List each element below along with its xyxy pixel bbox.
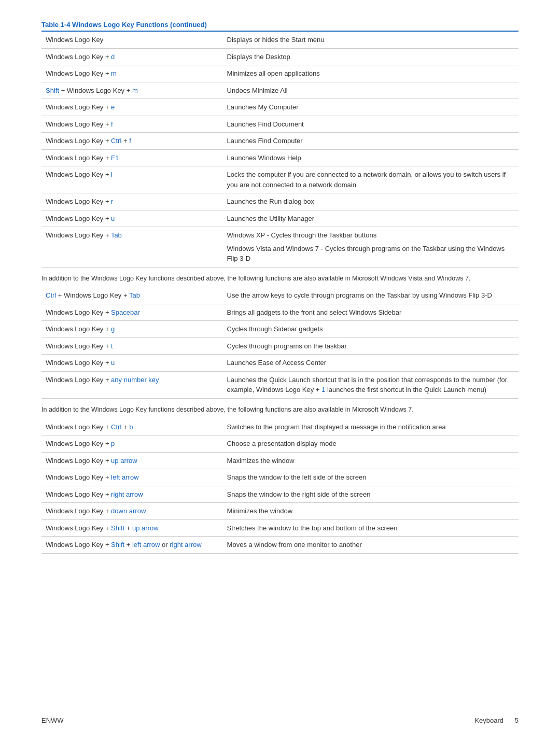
key-cell: Windows Logo Key + u <box>41 210 223 227</box>
desc-cell: Launches My Computer <box>223 99 519 116</box>
table-row: Windows Logo Key + down arrowMinimizes t… <box>41 503 519 520</box>
desc-cell: Cycles through programs on the taskbar <box>223 338 519 355</box>
page: Table 1-4 Windows Logo Key Functions (co… <box>0 0 560 601</box>
key-cell: Windows Logo Key + t <box>41 338 223 355</box>
key-cell: Windows Logo Key + Tab <box>41 227 223 268</box>
desc-cell: Launches the Utility Manager <box>223 210 519 227</box>
desc-cell: Displays the Desktop <box>223 48 519 65</box>
table-row: Windows Logo Key + gCycles through Sideb… <box>41 321 519 338</box>
desc-cell: Minimizes all open applications <box>223 65 519 82</box>
desc-cell: Switches to the program that displayed a… <box>223 419 519 435</box>
desc-cell: Use the arrow keys to cycle through prog… <box>223 287 519 304</box>
desc-cell: Locks the computer if you are connected … <box>223 166 519 193</box>
key-cell: Windows Logo Key + Ctrl + b <box>41 419 223 435</box>
key-cell: Shift + Windows Logo Key + m <box>41 82 223 99</box>
table-row: Windows Logo KeyDisplays or hides the St… <box>41 32 519 48</box>
table-section3: Windows Logo Key + Ctrl + bSwitches to t… <box>41 419 519 554</box>
table-title: Table 1-4 Windows Logo Key Functions (co… <box>41 21 519 32</box>
key-cell: Windows Logo Key + Spacebar <box>41 304 223 321</box>
footer-keyboard-label: Keyboard <box>474 716 503 724</box>
table-row: Windows Logo Key + Ctrl + fLaunches Find… <box>41 133 519 150</box>
table-row: Windows Logo Key + uLaunches Ease of Acc… <box>41 355 519 372</box>
key-cell: Ctrl + Windows Logo Key + Tab <box>41 287 223 304</box>
desc-cell: Launches Windows Help <box>223 149 519 166</box>
table-row: Windows Logo Key + uLaunches the Utility… <box>41 210 519 227</box>
table-row: Windows Logo Key + pChoose a presentatio… <box>41 435 519 453</box>
table-row: Windows Logo Key + left arrowSnaps the w… <box>41 469 519 486</box>
table-row: Windows Logo Key + tCycles through progr… <box>41 338 519 355</box>
table-row: Windows Logo Key + dDisplays the Desktop <box>41 48 519 65</box>
table-row: Windows Logo Key + mMinimizes all open a… <box>41 65 519 82</box>
desc-cell: Moves a window from one monitor to anoth… <box>223 537 519 554</box>
table-row: Windows Logo Key + fLaunches Find Docume… <box>41 116 519 133</box>
key-cell: Windows Logo Key + p <box>41 435 223 453</box>
desc-cell: Choose a presentation display mode <box>223 435 519 453</box>
table-section2: Ctrl + Windows Logo Key + TabUse the arr… <box>41 287 519 399</box>
desc-cell: Undoes Minimize All <box>223 82 519 99</box>
key-cell: Windows Logo Key + up arrow <box>41 452 223 469</box>
footer-page-number: 5 <box>515 716 519 724</box>
footer-left: ENWW <box>41 716 64 724</box>
desc-cell: Launches the Quick Launch shortcut that … <box>223 371 519 398</box>
key-cell: Windows Logo Key + Shift + left arrow or… <box>41 537 223 554</box>
table-row: Ctrl + Windows Logo Key + TabUse the arr… <box>41 287 519 304</box>
note2: In addition to the Windows Logo Key func… <box>41 405 519 415</box>
table-row: Windows Logo Key + right arrowSnaps the … <box>41 486 519 503</box>
desc-cell: Stretches the window to the top and bott… <box>223 519 519 537</box>
desc-cell: Maximizes the window <box>223 452 519 469</box>
key-cell: Windows Logo Key + g <box>41 321 223 338</box>
desc-cell: Minimizes the window <box>223 503 519 520</box>
table-row: Windows Logo Key + TabWindows XP - Cycle… <box>41 227 519 268</box>
table-row: Windows Logo Key + up arrowMaximizes the… <box>41 452 519 469</box>
key-cell: Windows Logo Key + F1 <box>41 149 223 166</box>
table-row: Windows Logo Key + any number keyLaunche… <box>41 371 519 398</box>
table-row: Shift + Windows Logo Key + mUndoes Minim… <box>41 82 519 99</box>
desc-cell: Launches Ease of Access Center <box>223 355 519 372</box>
table-row: Windows Logo Key + rLaunches the Run dia… <box>41 193 519 210</box>
table-row: Windows Logo Key + Shift + left arrow or… <box>41 537 519 554</box>
footer-right: Keyboard 5 <box>474 716 519 724</box>
desc-cell: Cycles through Sidebar gadgets <box>223 321 519 338</box>
main-table: Windows Logo KeyDisplays or hides the St… <box>41 32 519 268</box>
key-cell: Windows Logo Key + any number key <box>41 371 223 398</box>
desc-cell: Launches Find Computer <box>223 133 519 150</box>
key-cell: Windows Logo Key + d <box>41 48 223 65</box>
key-cell: Windows Logo Key + right arrow <box>41 486 223 503</box>
table-row: Windows Logo Key + Ctrl + bSwitches to t… <box>41 419 519 435</box>
table-row: Windows Logo Key + Shift + up arrowStret… <box>41 519 519 537</box>
key-cell: Windows Logo Key + r <box>41 193 223 210</box>
key-cell: Windows Logo Key + l <box>41 166 223 193</box>
desc-cell: Snaps the window to the left side of the… <box>223 469 519 486</box>
desc-cell: Launches the Run dialog box <box>223 193 519 210</box>
desc-cell: Brings all gadgets to the front and sele… <box>223 304 519 321</box>
table-row: Windows Logo Key + SpacebarBrings all ga… <box>41 304 519 321</box>
desc-cell: Windows XP - Cycles through the Taskbar … <box>223 227 519 268</box>
key-cell: Windows Logo Key + e <box>41 99 223 116</box>
key-cell: Windows Logo Key + left arrow <box>41 469 223 486</box>
desc-cell: Displays or hides the Start menu <box>223 32 519 48</box>
table-row: Windows Logo Key + lLocks the computer i… <box>41 166 519 193</box>
desc-cell: Snaps the window to the right side of th… <box>223 486 519 503</box>
table-row: Windows Logo Key + eLaunches My Computer <box>41 99 519 116</box>
key-cell: Windows Logo Key <box>41 32 223 48</box>
key-cell: Windows Logo Key + m <box>41 65 223 82</box>
table-row: Windows Logo Key + F1Launches Windows He… <box>41 149 519 166</box>
key-cell: Windows Logo Key + Shift + up arrow <box>41 519 223 537</box>
footer: ENWW Keyboard 5 <box>41 716 519 724</box>
desc-cell: Launches Find Document <box>223 116 519 133</box>
key-cell: Windows Logo Key + f <box>41 116 223 133</box>
note1: In addition to the Windows Logo Key func… <box>41 274 519 284</box>
key-cell: Windows Logo Key + u <box>41 355 223 372</box>
key-cell: Windows Logo Key + down arrow <box>41 503 223 520</box>
key-cell: Windows Logo Key + Ctrl + f <box>41 133 223 150</box>
